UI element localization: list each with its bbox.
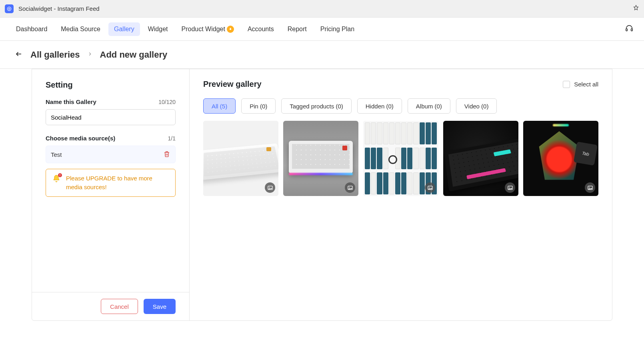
app-icon: [5, 4, 14, 13]
tab-all[interactable]: All (5): [203, 98, 236, 114]
preview-panel: Preview gallery Select all All (5) Pin (…: [190, 69, 612, 320]
svg-point-13: [589, 187, 590, 188]
tab-video[interactable]: Video (0): [456, 98, 497, 114]
svg-point-9: [429, 187, 430, 188]
tab-tagged[interactable]: Tagged products (0): [281, 98, 351, 114]
titlebar: Socialwidget - Instagram Feed: [0, 0, 644, 18]
preview-heading: Preview gallery: [203, 80, 262, 89]
breadcrumb-all-galleries[interactable]: All galleries: [30, 50, 80, 60]
gallery-name-input[interactable]: [46, 109, 176, 125]
select-all-label: Select all: [574, 81, 598, 88]
gallery-item[interactable]: [203, 121, 278, 196]
media-source-name: Test: [51, 151, 62, 158]
image-type-icon: [425, 182, 435, 193]
svg-point-0: [7, 7, 11, 10]
settings-heading: Setting: [46, 80, 176, 90]
image-type-icon: [505, 182, 515, 193]
media-source-row: Test: [46, 146, 176, 163]
nav-dashboard[interactable]: Dashboard: [10, 22, 53, 36]
app-title: Socialwidget - Instagram Feed: [18, 5, 100, 12]
source-counter: 1/1: [168, 135, 176, 142]
save-button[interactable]: Save: [144, 299, 176, 314]
cancel-button[interactable]: Cancel: [101, 299, 138, 314]
svg-rect-2: [626, 29, 628, 31]
trash-icon[interactable]: [163, 150, 170, 159]
top-nav: Dashboard Media Source Gallery Widget Pr…: [0, 18, 644, 41]
image-type-icon: [265, 182, 275, 193]
gallery-grid: Tab: [203, 121, 598, 196]
settings-footer: Cancel Save: [32, 292, 189, 320]
svg-point-5: [269, 187, 270, 188]
tab-hidden[interactable]: Hidden (0): [357, 98, 402, 114]
nav-product-widget[interactable]: Product Widget: [176, 22, 239, 36]
fire-badge-icon: [227, 26, 234, 33]
panel-container: Setting Name this Gallery 10/120 Choose …: [32, 69, 612, 321]
nav-accounts[interactable]: Accounts: [242, 22, 280, 36]
name-label: Name this Gallery: [46, 98, 96, 105]
upgrade-alert: ! Please UPGRADE to have more media sour…: [46, 169, 176, 197]
svg-point-11: [509, 187, 510, 188]
nav-widget[interactable]: Widget: [142, 22, 174, 36]
nav-pricing-plan[interactable]: Pricing Plan: [315, 22, 360, 36]
source-label: Choose media source(s): [46, 135, 115, 142]
filter-tabs: All (5) Pin (0) Tagged products (0) Hidd…: [203, 98, 598, 114]
image-type-icon: [585, 182, 595, 193]
gallery-item[interactable]: [363, 121, 438, 196]
gallery-item[interactable]: Tab: [523, 121, 598, 196]
tab-album[interactable]: Album (0): [408, 98, 450, 114]
pin-icon[interactable]: [633, 5, 639, 12]
image-type-icon: [345, 182, 355, 193]
back-arrow-icon[interactable]: [14, 50, 23, 59]
main: Setting Name this Gallery 10/120 Choose …: [0, 69, 644, 321]
nav-gallery[interactable]: Gallery: [108, 22, 140, 36]
tab-keycap-label: Tab: [574, 142, 598, 166]
breadcrumb-current: Add new gallery: [100, 50, 168, 60]
nav-report[interactable]: Report: [282, 22, 312, 36]
svg-point-1: [8, 8, 10, 10]
name-counter: 10/120: [158, 99, 176, 105]
nav-product-widget-label: Product Widget: [181, 26, 225, 33]
select-all-checkbox[interactable]: [563, 81, 570, 88]
tab-pin[interactable]: Pin (0): [241, 98, 276, 114]
chevron-right-icon: [87, 51, 93, 58]
svg-rect-3: [631, 29, 633, 31]
headset-icon[interactable]: [625, 24, 634, 34]
settings-panel: Setting Name this Gallery 10/120 Choose …: [32, 69, 190, 320]
bell-icon: !: [52, 174, 61, 184]
svg-point-7: [349, 187, 350, 188]
nav-media-source[interactable]: Media Source: [55, 22, 106, 36]
gallery-item[interactable]: [283, 121, 358, 196]
upgrade-alert-text: Please UPGRADE to have more media source…: [66, 174, 170, 192]
breadcrumb-row: All galleries Add new gallery: [0, 41, 644, 69]
gallery-item[interactable]: [443, 121, 518, 196]
select-all[interactable]: Select all: [563, 81, 598, 88]
